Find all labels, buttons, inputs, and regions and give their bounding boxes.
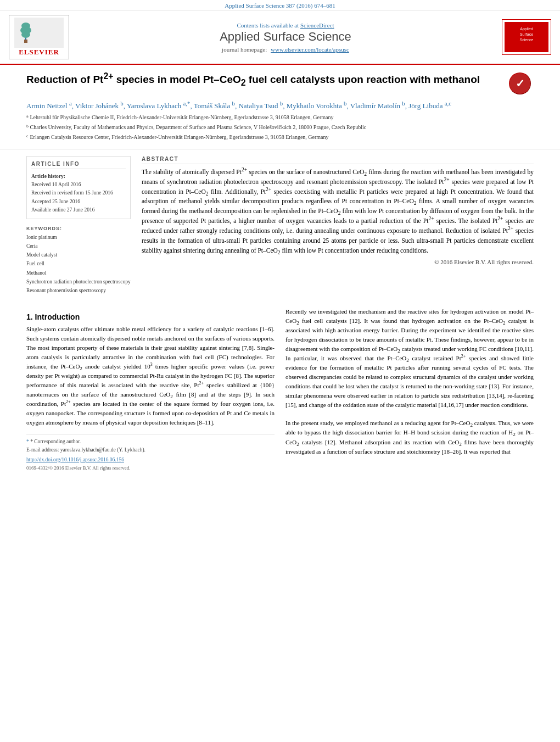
keywords-list: Ionic platinum Ceria Model catalyst Fuel…: [26, 233, 131, 295]
left-column: ARTICLE INFO Article history: Received 1…: [26, 156, 131, 295]
doi-link[interactable]: http://dx.doi.org/10.1016/j.apsusc.2016.…: [26, 456, 275, 464]
received-revised-date: Received in revised form 15 June 2016: [31, 190, 113, 196]
svg-text:Surface: Surface: [519, 32, 533, 36]
affiliation-b: ᵇ Charles University, Faculty of Mathema…: [26, 124, 534, 131]
available-online-date: Available online 27 June 2016: [31, 207, 94, 213]
journal-ref-text: Applied Surface Science 387 (2016) 674–6…: [225, 2, 335, 9]
received-date: Received 10 April 2016: [31, 182, 81, 187]
abstract-text: The stability of atomically dispersed Pt…: [142, 168, 534, 255]
footnote-section: * * Corresponding author. E-mail address…: [26, 434, 275, 472]
keyword-5: Methanol: [26, 269, 131, 277]
right-content-column: Recently we investigated the mechanism a…: [285, 307, 534, 472]
crossmark-icon: ✓: [509, 72, 531, 94]
crossmark-badge: ✓: [509, 72, 534, 97]
right-column: ABSTRACT The stability of atomically dis…: [142, 156, 534, 295]
affiliation-c: ᶜ Erlangen Catalysis Resource Center, Fr…: [26, 133, 534, 141]
article-body: ARTICLE INFO Article history: Received 1…: [0, 149, 560, 302]
accepted-date: Accepted 25 June 2016: [31, 199, 80, 204]
svg-text:✓: ✓: [516, 77, 525, 90]
article-info-box: ARTICLE INFO Article history: Received 1…: [26, 156, 131, 219]
authors-line: Armin Neitzel a, Viktor Johánek b, Yaros…: [26, 102, 534, 110]
introduction-paragraph-2: Recently we investigated the mechanism a…: [285, 307, 534, 410]
affiliation-a: ᵃ Lehrstuhl für Physikalische Chemie II,…: [26, 114, 534, 121]
keyword-6: Synchrotron radiation photoelectron spec…: [26, 277, 131, 286]
abstract-title: ABSTRACT: [142, 156, 534, 164]
keyword-2: Ceria: [26, 242, 131, 250]
keyword-3: Model catalyst: [26, 250, 131, 259]
svg-point-3: [21, 31, 30, 38]
elsevier-text: ELSEVIER: [19, 48, 59, 57]
introduction-paragraph-1: Single-atom catalysts offer ultimate nob…: [26, 325, 275, 428]
journal-reference-bar: Applied Surface Science 387 (2016) 674–6…: [0, 0, 560, 10]
journal-logo-text: Applied Surface Science: [506, 23, 547, 51]
abstract-section: ABSTRACT The stability of atomically dis…: [142, 156, 534, 265]
article-history: Article history: Received 10 April 2016 …: [31, 172, 126, 214]
left-content-column: 1. Introduction Single-atom catalysts of…: [26, 307, 275, 472]
journal-homepage-url[interactable]: www.elsevier.com/locate/apsusc: [271, 46, 349, 53]
paper-title-row: Reduction of Pt2+ species in model Pt–Ce…: [26, 72, 534, 97]
keywords-section: Keywords: Ionic platinum Ceria Model cat…: [26, 226, 131, 295]
introduction-title: 1. Introduction: [26, 313, 275, 321]
svg-text:Applied: Applied: [520, 27, 533, 31]
journal-title: Applied Surface Science: [80, 30, 491, 44]
journal-logo-box: Applied Surface Science: [502, 19, 551, 55]
journal-logo-image: Applied Surface Science: [505, 22, 548, 52]
keywords-title: Keywords:: [26, 226, 131, 231]
svg-rect-4: [24, 40, 27, 43]
elsevier-logo-section: ELSEVIER: [9, 15, 69, 59]
paper-title: Reduction of Pt2+ species in model Pt–Ce…: [26, 72, 503, 87]
corresponding-author-note: * * Corresponding author.: [26, 438, 275, 445]
sciencedirect-link-text[interactable]: ScienceDirect: [300, 22, 334, 29]
paper-title-section: Reduction of Pt2+ species in model Pt–Ce…: [0, 65, 560, 149]
copyright-text: © 2016 Elsevier B.V. All rights reserved…: [142, 259, 534, 265]
journal-title-section: Contents lists available at ScienceDirec…: [69, 22, 502, 53]
issn-note: 0169-4332/© 2016 Elsevier B.V. All right…: [26, 465, 275, 472]
article-info-title: ARTICLE INFO: [31, 161, 126, 169]
introduction-paragraph-3: In the present study, we employed methan…: [285, 419, 534, 456]
elsevier-logo-box: ELSEVIER: [9, 15, 69, 59]
journal-homepage-line: journal homepage: www.elsevier.com/locat…: [80, 46, 491, 53]
keyword-1: Ionic platinum: [26, 233, 131, 242]
sciencedirect-line: Contents lists available at ScienceDirec…: [80, 22, 491, 29]
email-note: E-mail address: yaroslava.lykhach@fau.de…: [26, 446, 275, 454]
elsevier-logo-image: [14, 18, 64, 48]
history-label: Article history:: [31, 174, 65, 179]
keyword-4: Fuel cell: [26, 259, 131, 268]
svg-text:Science: Science: [519, 38, 533, 42]
keyword-7: Resonant photoemission spectroscopy: [26, 286, 131, 295]
main-content: 1. Introduction Single-atom catalysts of…: [0, 302, 560, 478]
journal-header: ELSEVIER Contents lists available at Sci…: [0, 10, 560, 65]
